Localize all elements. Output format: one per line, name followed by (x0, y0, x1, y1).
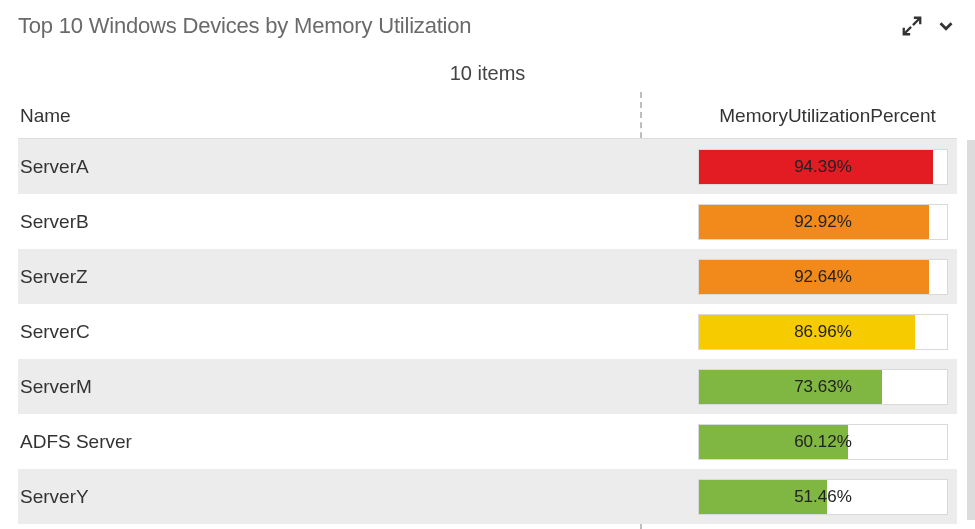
device-name: ADFS Server (18, 431, 658, 453)
widget-title: Top 10 Windows Devices by Memory Utiliza… (18, 13, 471, 39)
memory-utilization-widget: Top 10 Windows Devices by Memory Utiliza… (0, 0, 975, 524)
device-name: ServerY (18, 486, 658, 508)
memory-bar-cell: 92.92% (658, 204, 957, 240)
table-body: ServerA94.39%ServerB92.92%ServerZ92.64%S… (18, 139, 957, 524)
memory-bar-cell: 73.63% (658, 369, 957, 405)
memory-bar-cell: 92.64% (658, 259, 957, 295)
memory-bar-label: 92.64% (794, 267, 852, 287)
memory-bar-cell: 60.12% (658, 424, 957, 460)
memory-bar-label: 51.46% (794, 487, 852, 507)
column-header-memory[interactable]: MemoryUtilizationPercent (658, 105, 957, 127)
column-header-name[interactable]: Name (18, 105, 658, 127)
memory-bar: 86.96% (698, 314, 948, 350)
table-row[interactable]: ServerB92.92% (18, 194, 957, 249)
memory-bar-label: 73.63% (794, 377, 852, 397)
memory-bar-label: 92.92% (794, 212, 852, 232)
table-header-row: Name MemoryUtilizationPercent (18, 93, 957, 139)
memory-bar: 92.64% (698, 259, 948, 295)
header-icons (901, 15, 957, 37)
memory-bar: 94.39% (698, 149, 948, 185)
table-row[interactable]: ServerM73.63% (18, 359, 957, 414)
memory-bar-label: 94.39% (794, 157, 852, 177)
device-name: ServerB (18, 211, 658, 233)
device-name: ServerM (18, 376, 658, 398)
memory-bar-label: 86.96% (794, 322, 852, 342)
memory-bar-cell: 86.96% (658, 314, 957, 350)
memory-bar: 60.12% (698, 424, 948, 460)
memory-bar: 92.92% (698, 204, 948, 240)
memory-bar: 51.46% (698, 479, 948, 515)
memory-bar-cell: 94.39% (658, 149, 957, 185)
memory-bar-fill (699, 370, 882, 404)
items-count: 10 items (18, 62, 957, 85)
expand-icon[interactable] (901, 15, 923, 37)
device-name: ServerA (18, 156, 658, 178)
table-row[interactable]: ServerA94.39% (18, 139, 957, 194)
table-row[interactable]: ServerC86.96% (18, 304, 957, 359)
device-name: ServerZ (18, 266, 658, 288)
memory-bar: 73.63% (698, 369, 948, 405)
device-name: ServerC (18, 321, 658, 343)
memory-bar-label: 60.12% (794, 432, 852, 452)
table-row[interactable]: ServerZ92.64% (18, 249, 957, 304)
widget-header: Top 10 Windows Devices by Memory Utiliza… (18, 8, 957, 44)
table-row[interactable]: ADFS Server60.12% (18, 414, 957, 469)
chevron-down-icon[interactable] (935, 15, 957, 37)
scrollbar[interactable] (967, 140, 975, 520)
memory-bar-cell: 51.46% (658, 479, 957, 515)
devices-table: Name MemoryUtilizationPercent ServerA94.… (18, 93, 957, 524)
table-row[interactable]: ServerY51.46% (18, 469, 957, 524)
